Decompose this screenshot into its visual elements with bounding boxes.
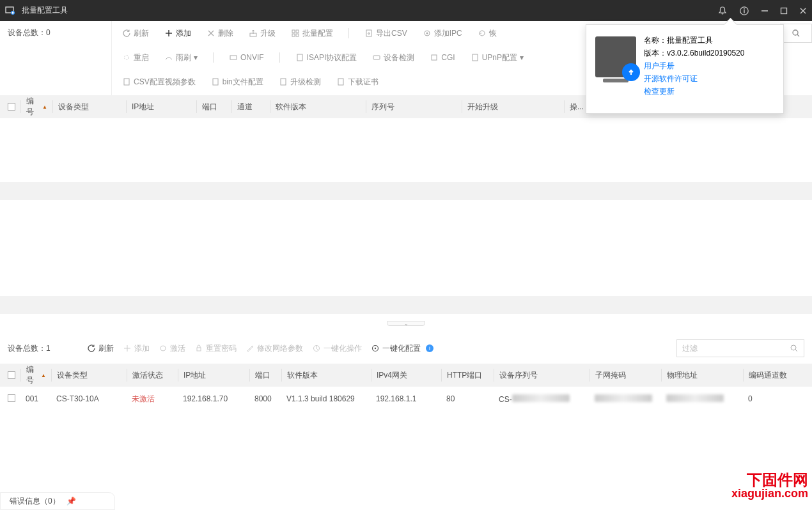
info-badge-icon[interactable]: i xyxy=(426,344,433,352)
oneclick-cfg-button[interactable]: 一键化配置i xyxy=(371,343,433,354)
sort-arrow-icon[interactable]: ▲ xyxy=(42,104,47,110)
svg-point-5 xyxy=(744,8,745,10)
watermark: 下固件网 xiagujian.com xyxy=(731,472,808,500)
detect-button[interactable]: 设备检测 xyxy=(368,49,418,66)
table-row[interactable]: 001 CS-T30-10A 未激活 192.168.1.70 8000 V1.… xyxy=(0,387,812,411)
redacted-subnet xyxy=(595,394,652,402)
checkbox-all-bottom[interactable] xyxy=(8,371,15,379)
export-csv-button[interactable]: 导出CSV xyxy=(361,24,411,42)
add2-button[interactable]: 添加 xyxy=(123,343,150,354)
svg-rect-16 xyxy=(292,30,295,33)
table2-header: 编号▲ 设备类型 激活状态 IP地址 端口 软件版本 IPv4网关 HTTP端口… xyxy=(0,364,812,387)
svg-point-22 xyxy=(426,33,428,35)
bin-config-button[interactable]: bin文件配置 xyxy=(207,73,267,91)
titlebar: 批量配置工具 xyxy=(0,0,812,21)
manual-link[interactable]: 用户手册 xyxy=(644,59,774,72)
add-ipc-button[interactable]: 添加IPC xyxy=(419,24,466,42)
svg-point-42 xyxy=(791,345,796,350)
svg-rect-3 xyxy=(12,12,14,13)
svg-point-41 xyxy=(375,348,376,349)
chevron-down-icon: ▾ xyxy=(194,53,198,62)
splitter-handle[interactable]: ⌄ xyxy=(387,321,425,326)
svg-rect-8 xyxy=(781,8,787,13)
refresh-button[interactable]: 刷新 xyxy=(118,24,153,42)
svg-rect-17 xyxy=(296,30,299,33)
delete-button[interactable]: 删除 xyxy=(203,24,237,42)
checkbox-all-top[interactable] xyxy=(8,103,15,111)
svg-rect-33 xyxy=(281,79,286,85)
device-count-bottom: 设备总数：1 xyxy=(8,343,78,354)
pin-icon[interactable]: 📌 xyxy=(66,497,76,506)
activate-button[interactable]: 激活 xyxy=(159,343,185,354)
svg-rect-34 xyxy=(338,79,343,85)
cgi-button[interactable]: CGI xyxy=(426,49,458,66)
add-button[interactable]: 添加 xyxy=(160,24,195,42)
oneclick-op-button[interactable]: 一键化操作 xyxy=(312,343,362,354)
svg-rect-18 xyxy=(292,34,295,36)
svg-rect-27 xyxy=(297,54,302,61)
chevron-down-icon: ▾ xyxy=(520,53,524,62)
restore-button[interactable]: 恢 xyxy=(474,24,501,42)
svg-line-24 xyxy=(797,35,799,36)
check-update-link[interactable]: 检查更新 xyxy=(644,85,774,98)
download-cert-button[interactable]: 下载证书 xyxy=(332,73,382,91)
search-box[interactable] xyxy=(780,24,812,43)
svg-point-25 xyxy=(125,56,129,60)
window-controls xyxy=(717,6,807,16)
about-popover: 名称：批量配置工具 版本：v3.0.2.6build20190520 用户手册 … xyxy=(586,24,784,114)
minimize-icon[interactable] xyxy=(761,7,769,15)
status-badge: 未激活 xyxy=(127,394,178,405)
upgrade-check-button[interactable]: 升级检测 xyxy=(275,73,325,91)
app-title: 批量配置工具 xyxy=(22,5,717,16)
app-icon xyxy=(5,5,17,17)
svg-rect-28 xyxy=(373,56,380,59)
upnp-button[interactable]: UPnP配置 ▾ xyxy=(467,49,527,66)
filter-input[interactable]: 过滤 xyxy=(676,339,804,357)
csv-video-button[interactable]: CSV配置视频参数 xyxy=(118,73,199,91)
upgrade-button[interactable]: 升级 xyxy=(245,24,279,42)
status-bar[interactable]: 错误信息（0） 📌 xyxy=(0,492,115,510)
onvif-button[interactable]: ONVIF xyxy=(225,49,268,66)
refresh2-button[interactable]: 刷新 xyxy=(87,343,114,354)
sort-arrow-icon[interactable]: ▲ xyxy=(41,373,46,378)
svg-rect-29 xyxy=(432,55,437,60)
redacted-serial xyxy=(512,394,570,402)
svg-rect-26 xyxy=(230,56,237,59)
isapi-button[interactable]: ISAPI协议配置 xyxy=(292,49,361,66)
svg-rect-32 xyxy=(213,79,218,85)
close-icon[interactable] xyxy=(799,7,807,15)
svg-point-37 xyxy=(160,346,166,351)
info-icon[interactable] xyxy=(739,6,749,16)
device-count-top: 设备总数：0 xyxy=(8,27,51,38)
monitor-upload-icon xyxy=(595,36,636,77)
panel2-toolbar: 设备总数：1 刷新 添加 激活 重置密码 修改网络参数 一键化操作 一键化配置i… xyxy=(0,333,812,364)
search-icon xyxy=(790,344,799,353)
svg-rect-30 xyxy=(472,54,478,61)
svg-rect-19 xyxy=(296,34,299,36)
modify-net-button[interactable]: 修改网络参数 xyxy=(246,343,303,354)
svg-rect-31 xyxy=(124,79,129,85)
bell-icon[interactable] xyxy=(717,6,728,16)
maximize-icon[interactable] xyxy=(780,7,788,15)
svg-rect-38 xyxy=(197,348,201,351)
reboot-button[interactable]: 重启 xyxy=(118,49,153,66)
svg-point-23 xyxy=(793,30,798,35)
redacted-mac xyxy=(666,394,724,402)
reset-pwd-button[interactable]: 重置密码 xyxy=(194,343,237,354)
wiper-button[interactable]: 雨刷 ▾ xyxy=(160,49,201,66)
svg-line-43 xyxy=(795,350,797,352)
license-link[interactable]: 开源软件许可证 xyxy=(644,72,774,85)
batch-config-button[interactable]: 批量配置 xyxy=(287,24,337,42)
error-info-label: 错误信息（0） xyxy=(10,496,60,507)
svg-rect-6 xyxy=(744,10,744,13)
row-checkbox[interactable] xyxy=(8,394,15,402)
